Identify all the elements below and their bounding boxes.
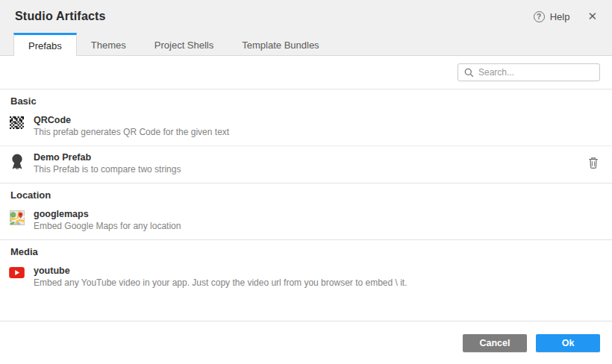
help-button[interactable]: ? Help: [534, 11, 570, 22]
item-description: This Prefab is to compare two strings: [34, 164, 181, 175]
prefab-item-googlemaps[interactable]: googlemaps Embed Google Maps for any loc…: [0, 203, 612, 239]
item-name: googlemaps: [34, 208, 181, 220]
search-input[interactable]: [478, 67, 593, 78]
item-text: googlemaps Embed Google Maps for any loc…: [34, 208, 181, 232]
tab-template-bundles[interactable]: Template Bundles: [228, 33, 333, 55]
qr-code-icon: [9, 116, 25, 129]
item-text: youtube Embed any YouTube video in your …: [34, 265, 408, 289]
search-box[interactable]: [458, 63, 600, 81]
search-icon: [464, 68, 474, 78]
item-name: QRCode: [34, 114, 229, 126]
dialog-header: Studio Artifacts ? Help ✕: [0, 0, 612, 33]
prefab-item-youtube[interactable]: youtube Embed any YouTube video in your …: [0, 260, 612, 296]
youtube-icon: [9, 267, 25, 278]
dialog-footer: Cancel Ok: [0, 321, 612, 364]
item-description: Embed any YouTube video in your app. Jus…: [34, 277, 408, 289]
tab-prefabs[interactable]: Prefabs: [13, 33, 77, 56]
item-name: youtube: [34, 265, 408, 277]
delete-button[interactable]: [587, 154, 600, 174]
page-title: Studio Artifacts: [15, 10, 106, 23]
toolbar: [0, 56, 612, 89]
section-location: Location googlem: [0, 183, 612, 239]
item-text: Demo Prefab This Prefab is to compare tw…: [34, 151, 181, 175]
section-title: Basic: [0, 90, 612, 109]
tab-bar: Prefabs Themes Project Shells Template B…: [0, 33, 612, 56]
tab-themes[interactable]: Themes: [77, 33, 140, 55]
item-text: QRCode This prefab generates QR Code for…: [34, 114, 229, 138]
tab-project-shells[interactable]: Project Shells: [140, 33, 228, 55]
prefab-list: Basic QRCode This prefab generates QR Co…: [0, 89, 612, 321]
badge-icon: [9, 154, 25, 170]
help-label: Help: [550, 11, 570, 22]
section-media: Media youtube Embed any YouTube video in…: [0, 239, 612, 296]
close-icon[interactable]: ✕: [584, 8, 600, 25]
item-description: Embed Google Maps for any location: [34, 221, 181, 232]
section-basic: Basic QRCode This prefab generates QR Co…: [0, 89, 612, 183]
google-maps-icon: [9, 210, 25, 225]
prefab-item-demo-prefab[interactable]: Demo Prefab This Prefab is to compare tw…: [0, 145, 612, 183]
studio-artifacts-dialog: Studio Artifacts ? Help ✕ Prefabs Themes…: [0, 0, 612, 364]
cancel-button[interactable]: Cancel: [463, 334, 527, 352]
item-description: This prefab generates QR Code for the gi…: [34, 127, 229, 138]
item-name: Demo Prefab: [34, 151, 181, 163]
section-title: Media: [0, 240, 612, 260]
trash-icon: [588, 157, 599, 169]
header-actions: ? Help ✕: [534, 8, 600, 25]
prefab-item-qrcode[interactable]: QRCode This prefab generates QR Code for…: [0, 109, 612, 145]
section-title: Location: [0, 183, 612, 203]
ok-button[interactable]: Ok: [536, 334, 600, 352]
help-icon: ?: [534, 11, 545, 22]
